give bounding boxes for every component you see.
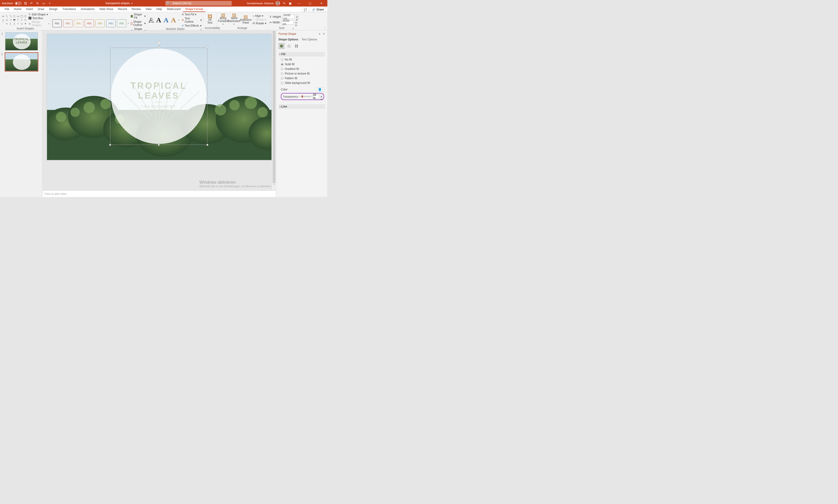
tab-view[interactable]: View	[143, 6, 154, 12]
line-section-header[interactable]: ▸Line	[278, 104, 325, 109]
align-button[interactable]: ⫞ Align ▾	[252, 14, 266, 18]
pane-close-icon[interactable]: ✕	[323, 32, 325, 36]
slide-number: 1	[1, 32, 4, 51]
wordart-more-icon[interactable]: ▾	[178, 19, 179, 21]
scroll-down-icon[interactable]: ▾	[272, 183, 276, 186]
slide-thumb-2[interactable]	[5, 53, 38, 71]
notes-input[interactable]: Click to add notes	[42, 191, 276, 197]
resize-handle[interactable]	[158, 47, 160, 49]
text-box-button[interactable]: 🅰 Text Box	[29, 17, 49, 20]
shape-outline-button[interactable]: Shape Outline ▾	[131, 20, 146, 26]
resize-handle[interactable]	[109, 95, 111, 97]
selected-shape[interactable]: ⟳ TROPICAL LEAVES TRANSPARENT SHAPES	[110, 48, 207, 145]
search-input[interactable]: 🔍 Search (Alt+Q)	[165, 1, 232, 6]
shape-styles-gallery[interactable]: Abc Abc Abc Abc Abc Abc Abc ▾	[52, 19, 129, 27]
text-fill-button[interactable]: AText Fill ▾	[182, 13, 202, 16]
text-outline-button[interactable]: AText Outline ▾	[182, 17, 202, 23]
tab-slideshow[interactable]: Slide Show	[97, 6, 116, 12]
shapes-gallery[interactable]: ▭╲╲⬠▭◯⬡ △↳⇨⬒⤴☆⬠ ⌒∿{}✧◇▾	[1, 15, 27, 25]
ribbon-display-icon[interactable]: ▣	[288, 2, 292, 5]
tab-file[interactable]: File	[2, 6, 12, 12]
send-backward-button[interactable]: ▨Send Backward▾	[228, 14, 240, 26]
resize-handle[interactable]	[109, 144, 111, 146]
filename[interactable]: transparent-shapes ▾	[106, 2, 133, 5]
effects-icon[interactable]	[286, 43, 292, 49]
tab-transitions[interactable]: Transitions	[60, 6, 78, 12]
transparency-spinner[interactable]: ▴▾	[320, 94, 322, 98]
fill-section-header[interactable]: ▾Fill	[278, 52, 325, 56]
fill-line-icon[interactable]	[278, 43, 284, 49]
bring-forward-button[interactable]: ▧Bring Forward▾	[218, 14, 228, 26]
tab-animations[interactable]: Animations	[78, 6, 97, 12]
minimize-button[interactable]: —	[294, 0, 303, 6]
resize-handle[interactable]	[158, 144, 160, 146]
rotation-handle[interactable]: ⟳	[157, 41, 160, 44]
edit-shape-button[interactable]: ✎ Edit Shape ▾	[29, 13, 49, 16]
group-button[interactable]: ⬚ Group ▾	[252, 18, 266, 21]
shape-fill-button[interactable]: Shape Fill ▾	[131, 13, 146, 19]
alt-text-button[interactable]: 🖼 Alt Text	[205, 15, 215, 24]
text-effects-button[interactable]: AText Effects ▾	[182, 24, 202, 27]
size-props-icon[interactable]	[294, 43, 299, 49]
title-bar: AutoSave Off 🖫 ↶ ↻ ▭ ▾ transparent-shape…	[0, 0, 327, 6]
resize-handle[interactable]	[207, 144, 208, 146]
tab-record[interactable]: Record	[116, 6, 129, 12]
start-slideshow-icon[interactable]: ▭	[41, 2, 46, 5]
height-spinner[interactable]: ▴▾	[296, 15, 298, 19]
tab-slidelizard[interactable]: SlideLizard	[164, 6, 183, 12]
height-input[interactable]: 14,62 cm	[282, 15, 295, 19]
maximize-button[interactable]: ▢	[305, 0, 315, 6]
pane-tab-shape-options[interactable]: Shape Options	[278, 38, 298, 41]
pane-tab-text-options[interactable]: Text Options	[302, 38, 317, 41]
scroll-thumb[interactable]	[273, 31, 276, 183]
pattern-fill-radio[interactable]: Pattern fill	[281, 77, 324, 80]
share-button[interactable]: 🔗 Share	[310, 7, 326, 12]
vertical-scrollbar[interactable]: ▴ ▾	[272, 30, 276, 190]
transparency-slider[interactable]	[300, 96, 311, 97]
autosave-toggle[interactable]: Off	[15, 2, 21, 5]
slide-navigator[interactable]: 1 TROPICALLEAVES 2	[0, 30, 42, 197]
wordart-gallery[interactable]: AAAA ▾	[149, 16, 179, 24]
width-spinner[interactable]: ▴▾	[295, 20, 297, 24]
resize-handle[interactable]	[207, 47, 208, 49]
size-launcher-icon[interactable]: ⇲	[292, 27, 294, 30]
fill-color-button[interactable]: 🪣▾	[317, 87, 324, 92]
tab-review[interactable]: Review	[129, 6, 143, 12]
user-avatar[interactable]: GJ	[276, 1, 280, 6]
user-name: Gumpelmeyer Johanna	[247, 2, 274, 5]
save-icon[interactable]: 🖫	[23, 2, 28, 5]
ribbon-collapse-icon[interactable]: ⌃	[324, 27, 326, 30]
slide-bg-fill-radio[interactable]: Slide background fill	[281, 81, 324, 85]
tab-design[interactable]: Design	[47, 6, 60, 12]
qat-more-icon[interactable]: ▾	[48, 2, 52, 4]
svg-point-16	[258, 107, 268, 117]
transparency-input[interactable]: 20 %	[313, 94, 319, 98]
tab-help[interactable]: Help	[154, 6, 164, 12]
redo-icon[interactable]: ↻	[36, 2, 40, 5]
tab-insert[interactable]: Insert	[23, 6, 35, 12]
bring-forward-icon: ▧	[221, 14, 225, 16]
slide-thumb-1[interactable]: TROPICALLEAVES	[5, 32, 38, 51]
gradient-fill-radio[interactable]: Gradient fill	[281, 67, 324, 71]
width-input[interactable]: 14,62 cm	[281, 20, 294, 24]
styles-more-icon[interactable]: ▾	[128, 22, 129, 24]
close-button[interactable]: ✕	[317, 0, 326, 6]
tab-draw[interactable]: Draw	[35, 6, 47, 12]
rotate-button[interactable]: ⟳ Rotate ▾	[252, 22, 266, 25]
resize-handle[interactable]	[109, 47, 111, 49]
svg-point-8	[56, 112, 66, 122]
picture-fill-radio[interactable]: Picture or texture fill	[281, 72, 324, 75]
pen-icon[interactable]: ✎	[282, 2, 286, 5]
resize-handle[interactable]	[207, 95, 208, 97]
circle-text: TROPICAL LEAVES TRANSPARENT SHAPES	[110, 48, 207, 145]
no-fill-radio[interactable]: No fill	[281, 58, 324, 61]
solid-fill-radio[interactable]: Solid fill	[281, 62, 324, 66]
undo-icon[interactable]: ↶	[30, 2, 34, 5]
selection-pane-button[interactable]: ▤Selection Pane	[240, 15, 251, 24]
canvas-wrap: ⟳ TROPICAL LEAVES TRANSPARENT SHAPES	[42, 30, 276, 197]
tab-home[interactable]: Home	[12, 6, 23, 12]
pane-options-icon[interactable]: ▾	[319, 32, 320, 36]
tab-shape-format[interactable]: Shape Format	[183, 6, 205, 12]
comments-button[interactable]: 💬	[302, 7, 309, 12]
slide-canvas[interactable]: ⟳ TROPICAL LEAVES TRANSPARENT SHAPES	[47, 34, 272, 160]
